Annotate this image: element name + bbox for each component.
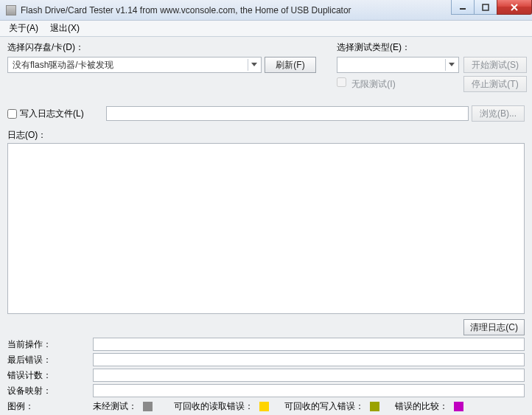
flash-drive-select-text: 没有flash驱动器/卡被发现 — [13, 59, 113, 72]
maximize-icon — [482, 4, 489, 11]
browse-button[interactable]: 浏览(B)... — [472, 105, 525, 122]
chevron-down-icon — [445, 59, 457, 71]
title-bar: Flash Drive/Card Tester v1.14 from www.v… — [0, 0, 532, 21]
testtype-select[interactable] — [337, 57, 459, 73]
svg-marker-4 — [251, 63, 257, 66]
menu-exit[interactable]: 退出(X) — [46, 21, 84, 36]
log-label: 日志(O)： — [7, 130, 46, 140]
legend-recov-write-label: 可回收的写入错误： — [284, 400, 364, 413]
client-area: 选择闪存盘/卡(D)： 选择测试类型(E)： 没有flash驱动器/卡被发现 刷… — [0, 37, 532, 415]
start-test-button[interactable]: 开始测试(S) — [463, 57, 527, 73]
app-icon — [6, 5, 16, 15]
logfile-row: 写入日志文件(L) 浏览(B)... — [7, 105, 525, 122]
device-map-value — [93, 384, 525, 397]
infinite-test-checkbox-wrap[interactable]: 无限测试(I) — [337, 77, 459, 91]
device-map-label: 设备映射： — [7, 385, 93, 397]
legend-compare-swatch — [454, 402, 463, 411]
current-op-value — [93, 338, 525, 351]
close-button[interactable] — [497, 0, 532, 15]
testtype-section-label: 选择测试类型(E)： — [337, 41, 459, 54]
write-logfile-label: 写入日志文件(L) — [20, 108, 84, 120]
minimize-icon — [459, 4, 466, 11]
flash-drive-select[interactable]: 没有flash驱动器/卡被发现 — [7, 57, 262, 73]
log-textarea[interactable] — [7, 143, 525, 314]
status-current-op: 当前操作： — [7, 338, 525, 351]
write-logfile-checkbox[interactable] — [7, 109, 17, 119]
last-error-value — [93, 353, 525, 366]
legend-untested-label: 未经测试： — [93, 400, 137, 413]
write-logfile-checkbox-wrap[interactable]: 写入日志文件(L) — [7, 108, 103, 120]
infinite-test-label: 无限测试(I) — [351, 79, 395, 89]
legend-untested-swatch — [143, 402, 153, 411]
error-count-value — [93, 369, 525, 382]
svg-marker-5 — [449, 63, 455, 66]
current-op-label: 当前操作： — [7, 338, 93, 351]
legend-items: 未经测试： 可回收的读取错误： 可回收的写入错误： 错误的比较： 好的块： 致命… — [93, 400, 525, 415]
legend: 图例： 未经测试： 可回收的读取错误： 可回收的写入错误： 错误的比较： 好的块… — [7, 400, 525, 415]
svg-rect-1 — [483, 4, 489, 10]
stop-test-button[interactable]: 停止测试(T) — [463, 76, 527, 92]
menu-bar: 关于(A) 退出(X) — [0, 21, 532, 37]
status-last-error: 最后错误： — [7, 353, 525, 366]
last-error-label: 最后错误： — [7, 354, 93, 366]
status-device-map: 设备映射： — [7, 384, 525, 397]
menu-about[interactable]: 关于(A) — [4, 21, 43, 36]
refresh-button[interactable]: 刷新(F) — [265, 57, 316, 73]
minimize-button[interactable] — [451, 0, 475, 15]
close-icon — [510, 4, 519, 11]
legend-recov-read-label: 可回收的读取错误： — [174, 400, 253, 413]
maximize-button[interactable] — [474, 0, 497, 15]
window-controls — [452, 0, 532, 15]
top-controls: 选择闪存盘/卡(D)： 选择测试类型(E)： 没有flash驱动器/卡被发现 刷… — [7, 41, 525, 92]
window-title: Flash Drive/Card Tester v1.14 from www.v… — [21, 5, 351, 15]
logfile-path-input[interactable] — [106, 106, 469, 121]
legend-recov-read-swatch — [259, 402, 269, 411]
legend-label: 图例： — [7, 400, 93, 415]
clear-log-button[interactable]: 清理日志(C) — [463, 319, 525, 335]
flash-section-label: 选择闪存盘/卡(D)： — [7, 41, 316, 54]
status-error-count: 错误计数： — [7, 369, 525, 382]
error-count-label: 错误计数： — [7, 369, 93, 382]
chevron-down-icon — [248, 59, 259, 71]
legend-compare-label: 错误的比较： — [395, 400, 448, 413]
infinite-test-checkbox[interactable] — [337, 77, 346, 87]
legend-recov-write-swatch — [370, 402, 379, 411]
